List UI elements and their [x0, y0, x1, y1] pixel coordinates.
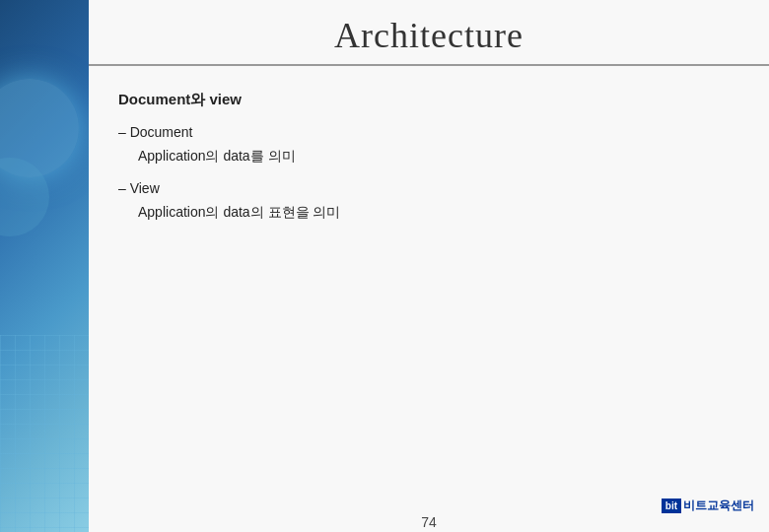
list-item: – View	[118, 177, 730, 199]
list-item: Application의 data를 의미	[118, 145, 730, 166]
bullet-text: – Document	[118, 124, 192, 140]
main-content: Architecture Document와 view – Document A…	[89, 0, 769, 532]
bullet-text: Application의 data를 의미	[138, 148, 296, 164]
left-decorative-panel	[0, 0, 89, 532]
page-number: 74	[421, 514, 437, 530]
section-header: Document와 view	[118, 91, 730, 109]
title-area: Architecture	[89, 0, 769, 66]
bullet-text: Application의 data의 표현을 의미	[138, 204, 340, 220]
logo-area: bit 비트교육센터	[662, 498, 754, 514]
list-item: – Document	[118, 121, 730, 143]
list-item: Application의 data의 표현을 의미	[118, 201, 730, 223]
logo-box: bit	[662, 499, 681, 513]
grid-overlay	[0, 335, 89, 532]
slide-title: Architecture	[118, 15, 739, 56]
content-area: Document와 view – Document Application의 d…	[89, 76, 769, 532]
bullet-list: – Document Application의 data를 의미 – View …	[118, 121, 730, 224]
bullet-text: – View	[118, 180, 160, 196]
logo-text: 비트교육센터	[683, 498, 754, 514]
slide-container: Architecture Document와 view – Document A…	[0, 0, 769, 532]
